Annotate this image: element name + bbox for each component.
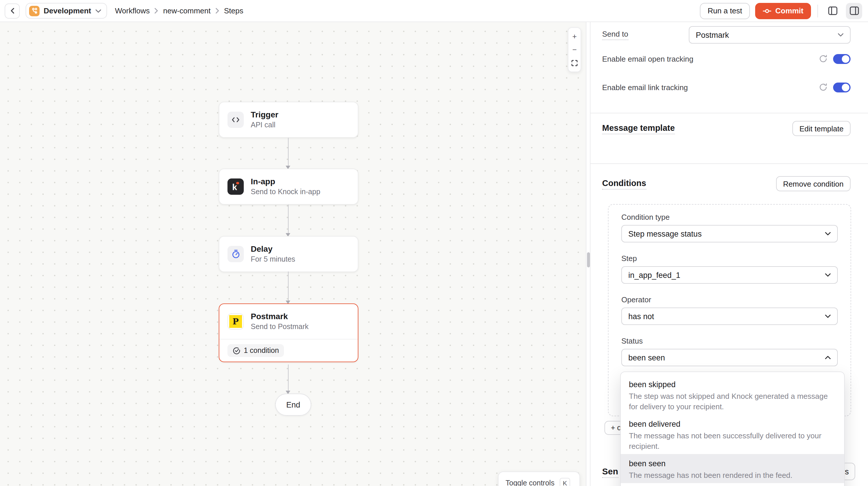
zoom-in-button[interactable]: + <box>568 30 581 43</box>
panel-resize-handle[interactable] <box>587 252 590 267</box>
chevron-right-icon <box>215 7 219 14</box>
link-tracking-row: Enable email link tracking <box>590 80 868 94</box>
operator-select[interactable]: has not <box>621 307 838 325</box>
status-option-been-seen[interactable]: been seen The message has not been rende… <box>621 454 844 483</box>
back-button[interactable] <box>5 3 20 18</box>
remove-condition-button[interactable]: Remove condition <box>776 176 850 191</box>
edit-template-button[interactable]: Edit template <box>793 121 850 136</box>
node-title: In-app <box>251 177 320 187</box>
operator-field: Operator has not <box>621 295 838 325</box>
condition-count-badge[interactable]: 1 condition <box>227 344 284 357</box>
status-option-been-read[interactable]: been read <box>621 483 844 486</box>
link-tracking-label: Enable email link tracking <box>602 83 688 92</box>
breadcrumb-workflow-name[interactable]: new-comment <box>163 6 211 15</box>
open-tracking-toggle[interactable] <box>833 54 850 64</box>
status-field: Status been seen <box>621 336 838 366</box>
send-windows-heading-partial: Sen <box>602 466 618 478</box>
divider <box>817 4 818 17</box>
topbar: Development Workflows new-comment Steps … <box>0 0 868 22</box>
message-template-heading: Message template <box>602 123 675 134</box>
node-title: Trigger <box>251 110 278 120</box>
commit-button[interactable]: Commit <box>755 3 811 19</box>
chevron-down-icon <box>95 9 101 12</box>
condition-type-label: Condition type <box>621 213 838 222</box>
status-option-been-skipped[interactable]: been skipped The step was not skipped an… <box>621 375 844 415</box>
node-in-app[interactable]: k In-app Send to Knock in-app <box>219 169 359 205</box>
stopwatch-icon <box>227 246 244 262</box>
node-title: Delay <box>251 244 295 254</box>
section-divider <box>590 113 868 114</box>
zoom-out-button[interactable]: − <box>568 43 581 56</box>
operator-label: Operator <box>621 295 838 304</box>
chevron-down-icon <box>825 315 831 318</box>
node-delay[interactable]: Delay For 5 minutes <box>219 236 359 272</box>
canvas-zoom-controls: + − <box>568 27 581 72</box>
node-title: Postmark <box>251 312 309 322</box>
environment-label: Development <box>43 6 91 15</box>
keyboard-shortcut-badge: K <box>560 478 570 486</box>
panel-resize-gutter <box>586 22 590 486</box>
send-to-select[interactable]: Postmark <box>689 26 850 43</box>
knock-logo-icon: k <box>227 179 244 195</box>
environment-switcher[interactable]: Development <box>26 3 107 19</box>
node-subtitle: API call <box>251 121 278 130</box>
chevron-down-icon <box>825 232 831 235</box>
node-trigger[interactable]: Trigger API call <box>219 102 359 138</box>
workflow-canvas[interactable]: + − Trigger <box>0 22 586 486</box>
conditions-header-row: Conditions Remove condition <box>590 175 868 192</box>
left-panel-toggle-icon[interactable] <box>825 3 841 19</box>
step-field: Step in_app_feed_1 <box>621 254 838 284</box>
edge-connector <box>288 271 288 303</box>
edge-connector <box>288 205 288 236</box>
sync-override-icon[interactable] <box>819 55 827 63</box>
edge-connector <box>288 138 288 169</box>
status-select[interactable]: been seen <box>621 349 838 366</box>
breadcrumb: Workflows new-comment Steps <box>115 6 243 15</box>
open-tracking-label: Enable email open tracking <box>602 54 693 63</box>
send-to-row: Send to Postmark <box>590 26 868 43</box>
topbar-actions: Run a test Commit <box>700 3 862 19</box>
postmark-logo-icon: P <box>227 313 244 330</box>
chevron-right-icon <box>154 7 158 14</box>
open-tracking-row: Enable email open tracking <box>590 52 868 66</box>
workflow-editor: Development Workflows new-comment Steps … <box>0 0 868 486</box>
status-option-been-delivered[interactable]: been delivered The message has not been … <box>621 415 844 454</box>
node-postmark[interactable]: P Postmark Send to Postmark 1 <box>219 303 359 362</box>
status-options-dropdown: been skipped The step was not skipped an… <box>620 371 845 486</box>
step-label: Step <box>621 254 838 263</box>
send-to-label: Send to <box>602 30 628 40</box>
condition-type-select[interactable]: Step message status <box>621 225 838 242</box>
chevron-up-icon <box>825 356 831 359</box>
check-circle-icon <box>233 347 240 354</box>
node-subtitle: Send to Knock in-app <box>251 188 320 196</box>
step-select[interactable]: in_app_feed_1 <box>621 266 838 284</box>
workflow-branch-icon <box>29 5 39 16</box>
node-subtitle: For 5 minutes <box>251 255 295 264</box>
chevron-down-icon <box>838 33 843 37</box>
breadcrumb-steps: Steps <box>224 6 244 15</box>
right-panel-toggle-icon[interactable] <box>846 3 862 19</box>
commit-icon <box>763 8 771 14</box>
section-divider <box>590 163 868 164</box>
code-brackets-icon <box>227 111 244 128</box>
chevron-left-icon <box>9 7 16 14</box>
status-label: Status <box>621 336 838 345</box>
link-tracking-toggle[interactable] <box>833 82 850 92</box>
chevron-down-icon <box>825 273 831 277</box>
breadcrumb-workflows[interactable]: Workflows <box>115 6 150 15</box>
node-end[interactable]: End <box>275 394 311 416</box>
toggle-controls-button[interactable]: Toggle controls K <box>498 472 580 486</box>
edge-connector <box>288 364 288 394</box>
fit-view-button[interactable] <box>568 56 581 70</box>
condition-type-field: Condition type Step message status <box>621 213 838 242</box>
sync-override-icon[interactable] <box>819 83 827 91</box>
workspace: + − Trigger <box>0 22 868 486</box>
run-a-test-button[interactable]: Run a test <box>700 3 750 19</box>
step-settings-panel: Send to Postmark Enable email open track… <box>590 22 868 486</box>
node-subtitle: Send to Postmark <box>251 323 309 331</box>
message-template-row: Message template Edit template <box>590 120 868 137</box>
conditions-heading: Conditions <box>602 178 646 189</box>
